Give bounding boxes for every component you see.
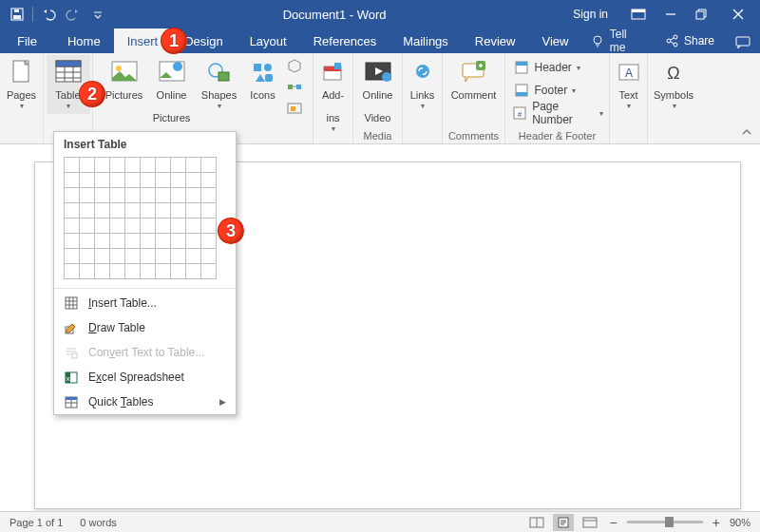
grid-cell[interactable] [200, 202, 217, 218]
grid-cell[interactable] [200, 187, 217, 203]
zoom-out-button[interactable]: − [606, 515, 621, 530]
grid-cell[interactable] [155, 263, 171, 279]
grid-cell[interactable] [109, 218, 125, 234]
restore-icon[interactable] [686, 0, 716, 28]
grid-cell[interactable] [155, 172, 171, 188]
grid-cell[interactable] [185, 157, 201, 173]
grid-cell[interactable] [124, 218, 141, 234]
grid-cell[interactable] [64, 218, 80, 234]
grid-cell[interactable] [109, 202, 125, 218]
share-button[interactable]: Share [654, 28, 726, 53]
grid-cell[interactable] [124, 233, 141, 249]
shapes-button[interactable]: Shapes▾ [198, 55, 241, 112]
grid-cell[interactable] [170, 218, 186, 234]
grid-cell[interactable] [109, 263, 125, 279]
tell-me-search[interactable]: Tell me [581, 28, 654, 53]
sign-in-button[interactable]: Sign in [560, 0, 621, 28]
grid-cell[interactable] [170, 187, 186, 203]
grid-cell[interactable] [185, 187, 201, 203]
grid-cell[interactable] [79, 248, 95, 264]
grid-cell[interactable] [170, 202, 186, 218]
tab-layout[interactable]: Layout [237, 28, 300, 53]
menu-draw-table[interactable]: Draw Table [54, 315, 236, 340]
grid-cell[interactable] [109, 157, 125, 173]
grid-cell[interactable] [155, 233, 171, 249]
grid-cell[interactable] [200, 157, 217, 173]
grid-cell[interactable] [140, 233, 156, 249]
grid-cell[interactable] [79, 263, 95, 279]
grid-cell[interactable] [140, 248, 156, 264]
tab-view[interactable]: View [528, 28, 581, 53]
grid-cell[interactable] [94, 202, 110, 218]
grid-cell[interactable] [64, 187, 80, 203]
redo-icon[interactable] [62, 3, 85, 26]
grid-cell[interactable] [109, 187, 125, 203]
comment-button[interactable]: Comment [447, 55, 501, 112]
grid-cell[interactable] [79, 187, 95, 203]
grid-cell[interactable] [140, 263, 156, 279]
save-icon[interactable] [6, 3, 28, 26]
grid-cell[interactable] [140, 218, 156, 234]
grid-cell[interactable] [64, 172, 80, 188]
grid-cell[interactable] [185, 172, 201, 188]
grid-cell[interactable] [124, 187, 141, 203]
pages-button[interactable]: Pages▾ [4, 55, 40, 112]
grid-cell[interactable] [94, 263, 110, 279]
grid-cell[interactable] [170, 172, 186, 188]
grid-cell[interactable] [64, 202, 80, 218]
grid-cell[interactable] [140, 187, 156, 203]
web-layout-icon[interactable] [580, 514, 600, 531]
status-page[interactable]: Page 1 of 1 [10, 517, 63, 528]
zoom-level[interactable]: 90% [730, 517, 750, 528]
grid-cell[interactable] [200, 248, 217, 264]
grid-cell[interactable] [94, 233, 110, 249]
grid-cell[interactable] [170, 248, 186, 264]
grid-cell[interactable] [170, 157, 186, 173]
menu-excel-spreadsheet[interactable]: x Excel Spreadsheet [54, 365, 236, 390]
online-video-button[interactable]: OnlineVideo [356, 55, 400, 124]
grid-cell[interactable] [155, 248, 171, 264]
grid-cell[interactable] [79, 233, 95, 249]
grid-cell[interactable] [64, 248, 80, 264]
status-words[interactable]: 0 words [80, 517, 117, 528]
grid-cell[interactable] [200, 218, 217, 234]
grid-cell[interactable] [64, 157, 80, 173]
grid-cell[interactable] [94, 187, 110, 203]
grid-cell[interactable] [109, 248, 125, 264]
read-mode-icon[interactable] [526, 514, 547, 531]
grid-cell[interactable] [155, 202, 171, 218]
text-button[interactable]: A Text▾ [611, 55, 647, 112]
collapse-ribbon-icon[interactable] [737, 123, 756, 142]
grid-cell[interactable] [170, 263, 186, 279]
grid-cell[interactable] [185, 233, 201, 249]
grid-cell[interactable] [64, 233, 80, 249]
grid-cell[interactable] [170, 233, 186, 249]
grid-cell[interactable] [200, 263, 217, 279]
qat-customize-icon[interactable] [86, 3, 109, 26]
addins-button[interactable]: Add-ins▾ [315, 55, 352, 135]
tab-review[interactable]: Review [462, 28, 529, 53]
grid-cell[interactable] [124, 202, 141, 218]
zoom-in-button[interactable]: + [709, 515, 724, 530]
print-layout-icon[interactable] [553, 514, 574, 531]
grid-cell[interactable] [155, 187, 171, 203]
grid-cell[interactable] [79, 218, 95, 234]
grid-cell[interactable] [140, 157, 156, 173]
links-button[interactable]: Links▾ [405, 55, 441, 112]
tab-home[interactable]: Home [54, 28, 114, 53]
menu-quick-tables[interactable]: Quick Tables ▶ [54, 390, 236, 414]
smartart-icon[interactable] [285, 78, 304, 97]
zoom-slider[interactable] [627, 521, 703, 523]
pictures-button[interactable]: Pictures [103, 55, 146, 112]
grid-cell[interactable] [79, 172, 95, 188]
grid-cell[interactable] [79, 157, 95, 173]
grid-cell[interactable] [185, 218, 201, 234]
screenshot-icon[interactable] [285, 99, 304, 118]
grid-cell[interactable] [140, 172, 156, 188]
grid-cell[interactable] [109, 172, 125, 188]
grid-cell[interactable] [124, 248, 141, 264]
grid-cell[interactable] [140, 202, 156, 218]
grid-cell[interactable] [200, 233, 217, 249]
close-icon[interactable] [716, 0, 760, 28]
grid-cell[interactable] [94, 218, 110, 234]
